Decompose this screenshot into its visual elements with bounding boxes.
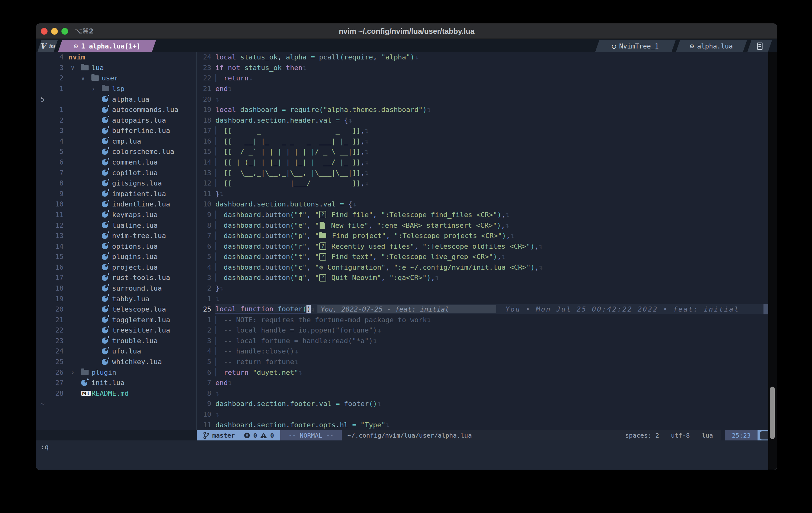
- operator: (: [290, 221, 294, 229]
- tree-row-lsp[interactable]: 1›lsp: [36, 84, 196, 94]
- tree-row-copilot.lua[interactable]: 7copilot.lua: [36, 168, 196, 178]
- operator: =: [282, 106, 286, 114]
- tree-label: lualine.lua: [112, 221, 158, 229]
- tree-row-rust-tools.lua[interactable]: 17rust-tools.lua: [36, 272, 196, 283]
- string: ": [315, 274, 319, 281]
- code-line[interactable]: 13▏ [[ \__,_|\__,_|\__, |\___|\__|]],↴: [197, 168, 768, 178]
- indent-guide: ▏: [215, 253, 220, 261]
- command-line[interactable]: :q: [36, 441, 777, 470]
- tree-row-impatient.lua[interactable]: 9impatient.lua: [36, 189, 196, 199]
- tab-nvimtree[interactable]: ○NvimTree_1: [595, 40, 675, 52]
- tab-alpha-lua[interactable]: ⊙alpha.lua: [676, 40, 747, 52]
- code-line[interactable]: 24local status_ok, alpha = pcall(require…: [197, 52, 768, 63]
- code-line[interactable]: 5▏ dashboard.button("t", "? Find text", …: [197, 251, 768, 262]
- tree-row-alpha.lua[interactable]: 5alpha.lua: [36, 94, 196, 104]
- code-line[interactable]: 19local dashboard = require("alpha.theme…: [197, 104, 768, 115]
- tree-row-options.lua[interactable]: 14options.lua: [36, 241, 196, 251]
- code-line[interactable]: 10dashboard.section.buttons.val = {↴: [197, 199, 768, 210]
- tree-row-treesitter.lua[interactable]: 22treesitter.lua: [36, 325, 196, 336]
- tree-row-user[interactable]: 2∨user: [36, 73, 196, 84]
- code-line[interactable]: 6▏ dashboard.button("r", "? Recently use…: [197, 241, 768, 251]
- code-line[interactable]: 3▏ -- local fortune = handle:read("*a")↴: [197, 336, 768, 346]
- scrollbar-thumb[interactable]: [770, 387, 775, 439]
- tree-row-autopairs.lua[interactable]: 2autopairs.lua: [36, 115, 196, 125]
- text: [307, 53, 311, 61]
- scrollbar-track[interactable]: [768, 52, 777, 470]
- tree-row-plugin[interactable]: 26›plugin: [36, 367, 196, 378]
- tree-row-lualine.lua[interactable]: 12lualine.lua: [36, 220, 196, 231]
- code-line[interactable]: 8▏ dashboard.button("e", " New file", ":…: [197, 220, 768, 231]
- code-line[interactable]: 2▏ -- local handle = io.popen("fortune")…: [197, 325, 768, 336]
- code-line[interactable]: 3▏ dashboard.button("q", "? Quit Neovim"…: [197, 272, 768, 283]
- code-line[interactable]: 7end↴: [197, 378, 768, 388]
- tree-row-toggleterm.lua[interactable]: 21toggleterm.lua: [36, 314, 196, 325]
- code-line[interactable]: 8↴: [197, 388, 768, 399]
- tab-list-button[interactable]: [747, 40, 772, 52]
- tree-row-whichkey.lua[interactable]: 25whichkey.lua: [36, 357, 196, 367]
- tree-row-indentline.lua[interactable]: 10indentline.lua: [36, 199, 196, 210]
- tree-row-tabby.lua[interactable]: 19tabby.lua: [36, 294, 196, 304]
- tree-row-README.md[interactable]: 28M↓README.md: [36, 388, 196, 399]
- code-line[interactable]: 12▏ [[ |___/ ]],↴: [197, 178, 768, 189]
- code-line[interactable]: 14▏ [[ | (_| | |_| | |_| | __/ |_ ]],↴: [197, 157, 768, 168]
- chevron-down-icon[interactable]: ∨: [81, 74, 91, 82]
- code-line[interactable]: 9▏ dashboard.button("f", "? Find file", …: [197, 210, 768, 220]
- tree-row-plugins.lua[interactable]: 15plugins.lua: [36, 251, 196, 262]
- code-line[interactable]: 11}↴: [197, 189, 768, 199]
- code-line[interactable]: 9dashboard.section.footer.val = footer()…: [197, 398, 768, 409]
- code-line[interactable]: 10↴: [197, 409, 768, 420]
- code-line[interactable]: 1↴: [197, 294, 768, 304]
- tree-line-number: 5: [36, 95, 63, 103]
- string: "p": [294, 232, 307, 240]
- chevron-down-icon[interactable]: ∨: [71, 64, 81, 71]
- tree-row-lua[interactable]: 3∨lua: [36, 63, 196, 73]
- text: [220, 211, 224, 219]
- tab-active-alpha-lua[interactable]: ⊙1 alpha.lua[1+]: [58, 40, 156, 52]
- code-line[interactable]: 20↴: [197, 94, 768, 104]
- tree-row-colorscheme.lua[interactable]: 5colorscheme.lua: [36, 146, 196, 157]
- file-tree-panel[interactable]: 4nvim3∨lua2∨user1›lsp5alpha.lua1autocomm…: [36, 52, 196, 430]
- code-line[interactable]: 2}↴: [197, 283, 768, 294]
- tree-row-telescope.lua[interactable]: 20telescope.lua: [36, 304, 196, 315]
- code-line[interactable]: 17▏ [[ _ _ ]],↴: [197, 125, 768, 136]
- editor-panel[interactable]: 24local status_ok, alpha = pcall(require…: [197, 52, 768, 430]
- tree-row-trouble.lua[interactable]: 23trouble.lua: [36, 336, 196, 346]
- code-line[interactable]: 6▏ return "duyet.net"↴: [197, 367, 768, 378]
- eol-icon: ↴: [501, 253, 505, 261]
- tree-row-init.lua[interactable]: 27init.lua: [36, 378, 196, 388]
- string: "Type": [360, 421, 385, 429]
- code-line[interactable]: 7▏ dashboard.button("p", " Find project"…: [197, 231, 768, 241]
- code-line[interactable]: 11dashboard.section.footer.opts.hl = "Ty…: [197, 420, 768, 430]
- code-line-current[interactable]: 25▷local function footer()↴You, 2022-07-…: [197, 304, 768, 315]
- code-line[interactable]: 4▏ dashboard.button("c", "⚙ Configuratio…: [197, 262, 768, 273]
- tree-row-keymaps.lua[interactable]: 11keymaps.lua: [36, 210, 196, 220]
- code-line[interactable]: 22▏ return↴: [197, 73, 768, 84]
- code-line[interactable]: 1▏ -- NOTE: requires the fortune-mod pac…: [197, 314, 768, 325]
- chevron-right-icon[interactable]: ›: [91, 85, 102, 93]
- tree-row-project.lua[interactable]: 16project.lua: [36, 262, 196, 273]
- identifier: dashboard: [240, 106, 277, 114]
- chevron-right-icon[interactable]: ›: [71, 368, 81, 376]
- text: [389, 263, 394, 271]
- tree-row-autocommands.lua[interactable]: 1autocommands.lua: [36, 104, 196, 115]
- tree-row-nvim[interactable]: 4nvim: [36, 52, 196, 63]
- tree-row-bufferline.lua[interactable]: 3bufferline.lua: [36, 125, 196, 136]
- code-line[interactable]: 5▏ -- return fortune↴: [197, 357, 768, 367]
- code-line[interactable]: 4▏ -- handle:close()↴: [197, 346, 768, 357]
- tree-label: gitsigns.lua: [112, 179, 162, 187]
- text: [356, 421, 360, 429]
- lua-file-icon: [102, 190, 112, 197]
- tree-row-cmp.lua[interactable]: 4cmp.lua: [36, 136, 196, 147]
- tree-row-nvim-tree.lua[interactable]: 13nvim-tree.lua: [36, 231, 196, 241]
- code-line[interactable]: 23if not status_ok then↴: [197, 63, 768, 73]
- tree-row-gitsigns.lua[interactable]: 8gitsigns.lua: [36, 178, 196, 189]
- code-line[interactable]: 18dashboard.section.header.val = {↴: [197, 115, 768, 125]
- tree-row-surround.lua[interactable]: 18surround.lua: [36, 283, 196, 294]
- string: ": [315, 232, 319, 240]
- code-line[interactable]: 16▏ [[ __| |_ _ _ _ ___| |_ ]],↴: [197, 136, 768, 147]
- code-line[interactable]: 21end↴: [197, 84, 768, 94]
- tree-row-ufo.lua[interactable]: 24ufo.lua: [36, 346, 196, 357]
- code-line[interactable]: 15▏ [[ / _` | | | | | | |/ _ \ __|]],↴: [197, 146, 768, 157]
- tree-row-comment.lua[interactable]: 6comment.lua: [36, 157, 196, 168]
- error-icon: [243, 432, 251, 439]
